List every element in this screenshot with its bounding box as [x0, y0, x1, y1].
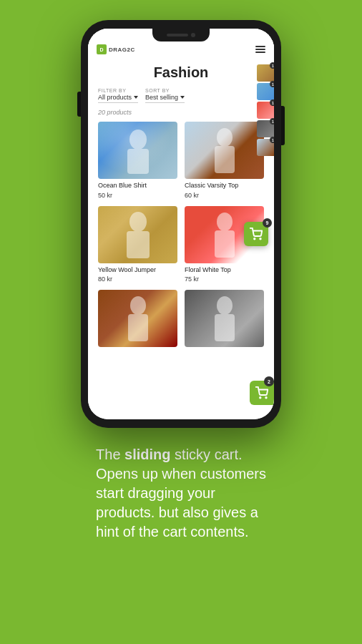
product-count: 20 products: [88, 109, 274, 122]
product-card-4[interactable]: [98, 290, 177, 347]
filter-by-value: All products: [98, 94, 132, 101]
cart-thumb-4: 1: [257, 120, 274, 137]
svg-rect-9: [128, 314, 148, 341]
product-name-0: Ocean Blue Shirt: [98, 182, 177, 190]
svg-point-0: [129, 130, 147, 150]
cart-count-badge: 9: [263, 218, 272, 228]
product-image-5: [185, 290, 264, 347]
svg-point-8: [130, 296, 146, 315]
product-card-0[interactable]: Ocean Blue Shirt 50 kr: [98, 122, 177, 199]
svg-rect-3: [215, 146, 235, 173]
product-image-0: [98, 122, 177, 179]
product-name-2: Yellow Wool Jumper: [98, 266, 177, 275]
hamburger-menu[interactable]: [255, 46, 265, 53]
product-price-3: 75 kr: [185, 275, 264, 283]
phone-outer: D DRAG2C Fashion FILTER BY All pr: [81, 20, 281, 428]
logo-text: DRAG2C: [109, 47, 135, 53]
svg-rect-5: [127, 231, 150, 258]
sort-by-value: Best selling: [145, 94, 178, 101]
desc-line1-rest: sticky cart.: [171, 447, 243, 462]
svg-point-14: [260, 397, 261, 399]
cart-thumb-3: 1: [257, 102, 274, 119]
svg-rect-7: [215, 230, 235, 258]
logo-icon: D: [97, 44, 107, 54]
sort-by-select[interactable]: Best selling: [145, 94, 185, 103]
cart-badge-2: 2: [264, 376, 274, 386]
product-name-1: Classic Varsity Top: [185, 182, 264, 190]
notch-speaker: [167, 34, 188, 36]
svg-point-15: [265, 397, 267, 399]
svg-point-13: [260, 238, 261, 240]
product-price-1: 60 kr: [185, 192, 264, 199]
product-image-1: [185, 122, 264, 179]
cart-sidebar: 1 1 1 1 1: [257, 64, 274, 156]
desc-line5: hint of the cart contents.: [96, 522, 266, 542]
filter-by-group: FILTER BY All products: [98, 88, 138, 103]
svg-rect-1: [127, 149, 149, 174]
filter-bar: FILTER BY All products SORT BY Best sell…: [88, 88, 274, 109]
app-logo: D DRAG2C: [97, 44, 135, 54]
product-price-0: 50 kr: [98, 192, 177, 199]
cart-thumb-1: 1: [257, 64, 274, 82]
filter-by-select[interactable]: All products: [98, 94, 138, 103]
sort-by-label: SORT BY: [145, 88, 185, 93]
svg-point-10: [217, 296, 233, 315]
page-title: Fashion: [88, 59, 274, 88]
product-price-2: 80 kr: [98, 275, 177, 283]
cart-thumb-5: 1: [257, 139, 274, 156]
product-image-2: [98, 206, 177, 263]
svg-point-2: [217, 128, 233, 147]
desc-line3: start dragging your: [96, 484, 266, 503]
desc-line2: Opens up when customers: [96, 464, 266, 484]
product-name-3: Floral White Top: [185, 266, 264, 275]
phone-screen: D DRAG2C Fashion FILTER BY All pr: [88, 29, 274, 419]
svg-point-6: [217, 213, 233, 231]
cart-thumb-2: 1: [257, 83, 274, 100]
desc-line1-bold: sliding: [124, 447, 170, 462]
notch-camera: [191, 33, 195, 37]
product-card-1[interactable]: Classic Varsity Top 60 kr: [185, 122, 264, 199]
filter-by-label: FILTER BY: [98, 88, 138, 93]
svg-point-4: [129, 212, 147, 232]
product-image-4: [98, 290, 177, 347]
phone-notch: [152, 29, 210, 42]
svg-point-12: [254, 238, 255, 240]
phone-mockup: D DRAG2C Fashion FILTER BY All pr: [81, 20, 281, 428]
app-content: D DRAG2C Fashion FILTER BY All pr: [88, 29, 274, 419]
desc-line1-normal: The: [96, 447, 124, 462]
bottom-description: The sliding sticky cart. Opens up when c…: [76, 445, 286, 542]
chevron-down-sort-icon: [180, 96, 185, 99]
floating-cart-button[interactable]: 9: [244, 222, 268, 246]
product-card-2[interactable]: Yellow Wool Jumper 80 kr: [98, 206, 177, 283]
chevron-down-icon: [134, 96, 138, 99]
sort-by-group: SORT BY Best selling: [145, 88, 185, 103]
desc-line4: products. but also gives a: [96, 503, 266, 522]
svg-rect-11: [215, 314, 235, 341]
product-card-5[interactable]: [185, 290, 264, 347]
